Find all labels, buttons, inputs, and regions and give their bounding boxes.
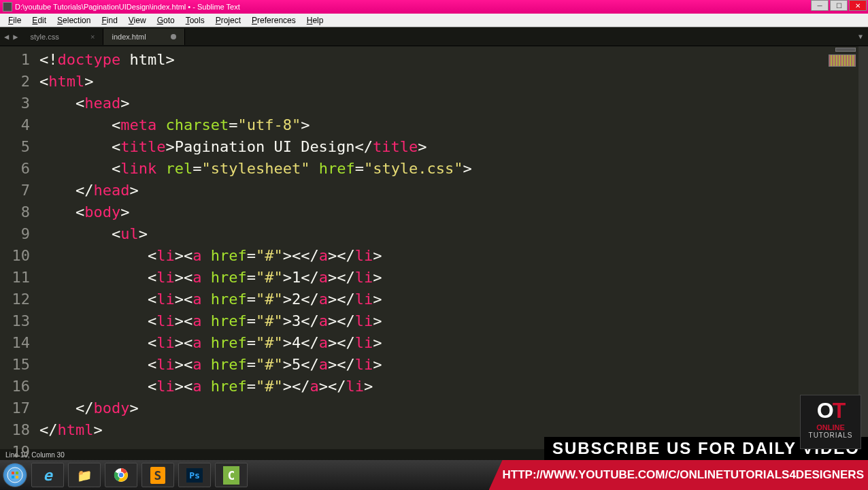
- window-title: D:\youtube Tutorials\PaginationUIDesign\…: [15, 3, 240, 11]
- tab-close-icon[interactable]: ×: [90, 33, 95, 41]
- svg-point-7: [118, 472, 124, 478]
- menu-selection[interactable]: Selection: [52, 14, 96, 27]
- maximize-button[interactable]: ☐: [830, 0, 848, 11]
- nav-back-icon[interactable]: ◀: [4, 32, 9, 42]
- svg-rect-4: [16, 476, 18, 478]
- tab-style-css[interactable]: style.css×: [22, 29, 103, 45]
- menu-tools[interactable]: Tools: [180, 14, 210, 27]
- code-line[interactable]: <ul>: [39, 223, 868, 245]
- code-line[interactable]: <link rel="stylesheet" href="style.css">: [39, 158, 868, 180]
- taskbar-camtasia-icon[interactable]: C: [215, 463, 248, 487]
- code-line[interactable]: <li><a href="#">1</a></li>: [39, 267, 868, 289]
- code-line[interactable]: <meta charset="utf-8">: [39, 114, 868, 136]
- menu-view[interactable]: View: [123, 14, 152, 27]
- vertical-scrollbar[interactable]: [858, 46, 868, 449]
- tab-dropdown-icon[interactable]: ▼: [858, 33, 863, 40]
- taskbar-photoshop-icon[interactable]: Ps: [178, 463, 211, 487]
- menu-preferences[interactable]: Preferences: [246, 14, 301, 27]
- svg-rect-1: [12, 472, 14, 474]
- taskbar-start-icon[interactable]: [3, 463, 27, 487]
- code-content[interactable]: <!doctype html><html> <head> <meta chars…: [39, 46, 868, 449]
- menu-help[interactable]: Help: [301, 14, 329, 27]
- code-line[interactable]: <li><a href="#">4</a></li>: [39, 332, 868, 354]
- menu-edit[interactable]: Edit: [27, 14, 52, 27]
- code-line[interactable]: <!doctype html>: [39, 49, 868, 71]
- app-icon: [3, 2, 12, 12]
- minimize-button[interactable]: ─: [811, 0, 829, 11]
- menu-file[interactable]: File: [3, 14, 27, 27]
- code-line[interactable]: <li><a href="#">2</a></li>: [39, 289, 868, 310]
- minimap[interactable]: [815, 48, 856, 68]
- url-banner: HTTP://WWW.YOUTUBE.COM/C/ONLINETUTORIALS…: [489, 460, 868, 490]
- tab-label: index.html: [112, 33, 146, 41]
- taskbar-explorer-icon[interactable]: 📁: [68, 463, 101, 487]
- taskbar-chrome-icon[interactable]: [105, 463, 137, 487]
- line-gutter: 12345678910111213141516171819: [0, 46, 39, 449]
- tab-bar: ◀ ▶ style.css×index.html ▼: [0, 27, 868, 46]
- tab-label: style.css: [30, 33, 59, 41]
- code-line[interactable]: <li><a href="#"><</a></li>: [39, 245, 868, 267]
- dirty-indicator-icon: [171, 34, 176, 39]
- nav-forward-icon[interactable]: ▶: [13, 32, 18, 42]
- code-line[interactable]: <head>: [39, 93, 868, 114]
- svg-rect-3: [12, 476, 14, 478]
- code-line[interactable]: <li><a href="#">3</a></li>: [39, 310, 868, 332]
- code-line[interactable]: <li><a href="#"></a></li>: [39, 376, 868, 397]
- editor-area[interactable]: 12345678910111213141516171819 <!doctype …: [0, 46, 868, 449]
- menu-goto[interactable]: Goto: [152, 14, 180, 27]
- svg-rect-2: [16, 472, 18, 474]
- window-titlebar: D:\youtube Tutorials\PaginationUIDesign\…: [0, 0, 868, 14]
- taskbar-ie-icon[interactable]: e: [31, 463, 64, 487]
- taskbar-sublime-icon[interactable]: S: [141, 463, 174, 487]
- code-line[interactable]: <html>: [39, 71, 868, 93]
- menu-find[interactable]: Find: [96, 14, 122, 27]
- menu-bar: FileEditSelectionFindViewGotoToolsProjec…: [0, 14, 868, 27]
- code-line[interactable]: <body>: [39, 201, 868, 223]
- code-line[interactable]: </body>: [39, 397, 868, 419]
- code-line[interactable]: <title>Pagination UI Design</title>: [39, 136, 868, 158]
- code-line[interactable]: </head>: [39, 180, 868, 201]
- menu-project[interactable]: Project: [210, 14, 246, 27]
- code-line[interactable]: <li><a href="#">5</a></li>: [39, 354, 868, 376]
- ot-logo: OT ONLINE TUTORIALS: [800, 395, 861, 449]
- close-button[interactable]: ✕: [849, 0, 867, 11]
- svg-point-0: [7, 468, 22, 483]
- tab-index-html[interactable]: index.html: [103, 29, 185, 45]
